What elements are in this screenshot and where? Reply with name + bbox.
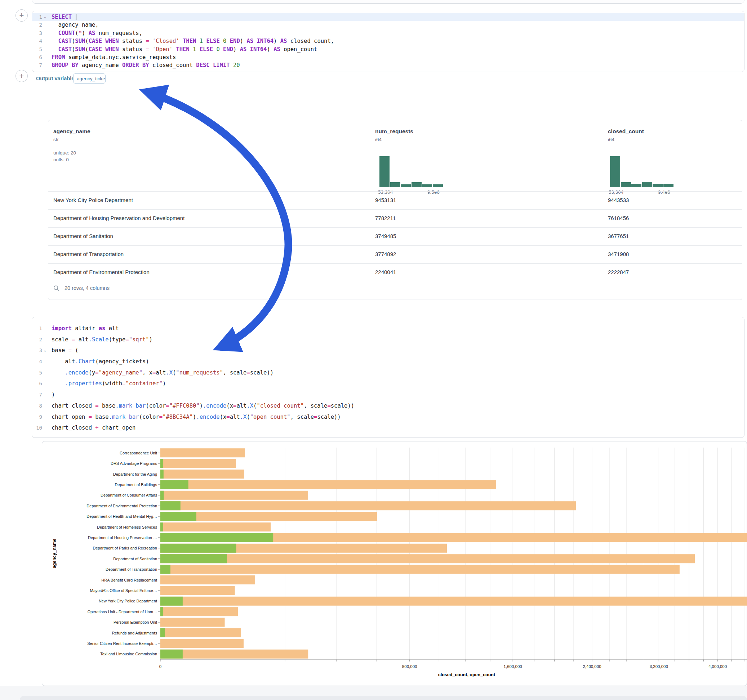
code-text: CAST(SUM(CASE WHEN status = 'Open' THEN … [48, 45, 744, 53]
code-text: GROUP BY agency_name ORDER BY closed_cou… [48, 61, 744, 69]
cell-agency-name: New York City Police Department [53, 197, 133, 203]
sql-line-3[interactable]: 3 COUNT(*) AS num_requests, [32, 29, 744, 37]
line-number: 6 [32, 378, 42, 389]
code-text: FROM sample_data.nyc.service_requests [48, 53, 744, 61]
python-line-8[interactable]: 8chart_closed = base.mark_bar(color="#FF… [32, 400, 744, 412]
output-variable-pill[interactable]: agency_tickets [73, 74, 106, 83]
line-number: 3 [32, 345, 42, 356]
next-cell-edge [20, 695, 747, 700]
fold-spacer [42, 53, 48, 61]
fold-spacer [42, 378, 48, 389]
python-line-4[interactable]: 4 alt.Chart(agency_tickets) [32, 356, 744, 367]
line-number: 3 [32, 29, 42, 37]
code-text: CAST(SUM(CASE WHEN status = 'Closed' THE… [48, 37, 744, 45]
text-cursor [76, 14, 76, 20]
fold-spacer [42, 389, 48, 400]
histogram-bar [621, 182, 631, 187]
fold-spacer [42, 422, 48, 433]
python-line-5[interactable]: 5 .encode(y="agency_name", x=alt.X("num_… [32, 367, 744, 379]
python-line-2[interactable]: 2scale = alt.Scale(type="sqrt") [32, 334, 744, 345]
cell-agency-name: Department of Transportation [53, 251, 124, 257]
python-cell[interactable]: 1import altair as alt2scale = alt.Scale(… [32, 317, 744, 438]
python-line-1[interactable]: 1import altair as alt [32, 323, 744, 334]
histogram-bar [653, 184, 663, 187]
chart-cell [42, 441, 747, 686]
fold-spacer [42, 356, 48, 367]
column-title: closed_count [608, 128, 745, 135]
cell-closed-count: 3471908 [608, 251, 629, 257]
column-nulls-stat: nulls: 0 [53, 157, 305, 162]
fold-chevron-icon[interactable]: ⌄ [42, 13, 48, 21]
fold-spacer [42, 37, 48, 45]
table-row: Department of Housing Preservation and D… [48, 209, 742, 227]
output-variable-bar: Output variable: agency_tickets [32, 72, 744, 88]
sql-line-6[interactable]: 6FROM sample_data.nyc.service_requests [32, 53, 744, 61]
result-table: agency_name str unique: 20 nulls: 0 num_… [48, 120, 742, 300]
output-variable-label: Output variable: [36, 75, 76, 81]
fold-chevron-icon[interactable]: ⌄ [42, 345, 48, 356]
code-text: agency_name, [48, 21, 744, 29]
fold-spacer [42, 21, 48, 29]
code-text: .encode(y="agency_name", x=alt.X("num_re… [48, 367, 744, 379]
line-number: 2 [32, 334, 42, 345]
histogram-bar [610, 156, 620, 187]
line-number: 4 [32, 356, 42, 367]
num-requests-histogram: 53,304 9.5e6 [380, 156, 446, 187]
code-text: chart_closed = base.mark_bar(color="#FFC… [48, 400, 744, 412]
python-line-10[interactable]: 10chart_closed + chart_open [32, 422, 744, 433]
column-header-closed-count[interactable]: closed_count i64 53,304 9.4e6 [608, 120, 745, 142]
histogram-bar [422, 184, 432, 187]
fold-spacer [42, 323, 48, 334]
python-line-7[interactable]: 7) [32, 389, 744, 400]
cell-agency-name: Department of Sanitation [53, 233, 113, 239]
line-number: 1 [32, 323, 42, 334]
closed-count-histogram: 53,304 9.4e6 [610, 156, 677, 187]
fold-spacer [42, 367, 48, 379]
sql-line-4[interactable]: 4 CAST(SUM(CASE WHEN status = 'Closed' T… [32, 37, 744, 45]
histogram-bar [380, 156, 390, 187]
code-text: base = ( [48, 345, 744, 356]
histogram-bar [664, 184, 673, 187]
cell-closed-count: 9443533 [608, 197, 629, 203]
notebook-page: + + 1⌄SELECT 2 agency_name,3 COUNT(*) AS… [0, 0, 747, 700]
search-icon[interactable] [53, 285, 59, 291]
cell-num-requests: 7782211 [375, 215, 396, 221]
fold-spacer [42, 29, 48, 37]
code-text: import altair as alt [48, 323, 744, 334]
cell-num-requests: 3774892 [375, 251, 396, 257]
sql-line-5[interactable]: 5 CAST(SUM(CASE WHEN status = 'Open' THE… [32, 45, 744, 53]
cell-num-requests: 9453131 [375, 197, 396, 203]
code-text: .properties(width="container") [48, 378, 744, 389]
column-header-agency-name[interactable]: agency_name str unique: 20 nulls: 0 [53, 120, 305, 162]
line-number: 7 [32, 389, 42, 400]
add-cell-button-output[interactable]: + [15, 70, 28, 82]
column-title: num_requests [375, 128, 519, 135]
fold-spacer [42, 61, 48, 69]
code-text: scale = alt.Scale(type="sqrt") [48, 334, 744, 345]
line-number: 8 [32, 400, 42, 412]
line-number: 10 [32, 422, 42, 433]
python-line-9[interactable]: 9chart_open = base.mark_bar(color="#8BC3… [32, 412, 744, 423]
table-row: Department of Transportation377489234719… [48, 245, 742, 263]
cell-closed-count: 3677651 [608, 233, 629, 239]
sql-line-2[interactable]: 2 agency_name, [32, 21, 744, 29]
cell-agency-name: Department of Environmental Protection [53, 269, 150, 275]
sql-line-7[interactable]: 7GROUP BY agency_name ORDER BY closed_co… [32, 61, 744, 69]
cell-agency-name: Department of Housing Preservation and D… [53, 215, 184, 221]
table-footer: 20 rows, 4 columns [53, 285, 110, 296]
fold-spacer [42, 45, 48, 53]
line-number: 9 [32, 412, 42, 423]
line-number: 2 [32, 21, 42, 29]
column-header-num-requests[interactable]: num_requests i64 53,304 9.5e6 [375, 120, 519, 142]
python-line-6[interactable]: 6 .properties(width="container") [32, 378, 744, 389]
previous-cell-edge [32, 0, 744, 4]
histogram-bar [642, 182, 652, 187]
line-number: 5 [32, 367, 42, 379]
add-cell-button-top[interactable]: + [15, 9, 28, 22]
sql-cell[interactable]: 1⌄SELECT 2 agency_name,3 COUNT(*) AS num… [32, 11, 744, 72]
code-text: SELECT [48, 13, 744, 21]
sql-line-1[interactable]: 1⌄SELECT [32, 13, 744, 21]
cell-closed-count: 7618456 [608, 215, 629, 221]
code-text: COUNT(*) AS num_requests, [48, 29, 744, 37]
python-line-3[interactable]: 3⌄base = ( [32, 345, 744, 356]
